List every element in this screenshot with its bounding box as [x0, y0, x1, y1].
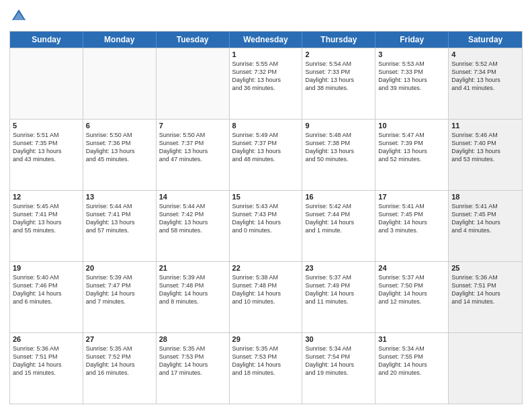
day-cell-5: 5Sunrise: 5:51 AM Sunset: 7:35 PM Daylig… [10, 120, 83, 190]
day-number: 12 [13, 193, 80, 201]
day-number: 4 [451, 50, 519, 58]
page: SundayMondayTuesdayWednesdayThursdayFrid… [0, 0, 532, 411]
day-number: 31 [378, 335, 445, 343]
day-cell-9: 9Sunrise: 5:48 AM Sunset: 7:38 PM Daylig… [302, 120, 375, 190]
day-info: Sunrise: 5:39 AM Sunset: 7:48 PM Dayligh… [159, 273, 226, 306]
header-day-wednesday: Wednesday [230, 32, 303, 48]
day-number: 15 [232, 193, 300, 201]
day-cell-13: 13Sunrise: 5:44 AM Sunset: 7:41 PM Dayli… [83, 191, 157, 261]
day-number: 7 [159, 122, 226, 130]
day-cell-18: 18Sunrise: 5:41 AM Sunset: 7:45 PM Dayli… [449, 191, 522, 261]
day-cell-21: 21Sunrise: 5:39 AM Sunset: 7:48 PM Dayli… [157, 262, 230, 332]
day-cell-10: 10Sunrise: 5:47 AM Sunset: 7:39 PM Dayli… [375, 120, 449, 190]
day-info: Sunrise: 5:55 AM Sunset: 7:32 PM Dayligh… [232, 60, 300, 93]
day-cell-2: 2Sunrise: 5:54 AM Sunset: 7:33 PM Daylig… [302, 48, 375, 119]
calendar-row-1: 5Sunrise: 5:51 AM Sunset: 7:35 PM Daylig… [10, 119, 522, 190]
header-day-thursday: Thursday [302, 32, 375, 48]
header [9, 7, 523, 26]
calendar-row-4: 26Sunrise: 5:36 AM Sunset: 7:51 PM Dayli… [10, 332, 522, 404]
day-number: 26 [13, 335, 80, 343]
day-cell-22: 22Sunrise: 5:38 AM Sunset: 7:48 PM Dayli… [230, 262, 303, 332]
day-cell-20: 20Sunrise: 5:39 AM Sunset: 7:47 PM Dayli… [83, 262, 157, 332]
day-cell-14: 14Sunrise: 5:44 AM Sunset: 7:42 PM Dayli… [157, 191, 230, 261]
day-cell-31: 31Sunrise: 5:34 AM Sunset: 7:55 PM Dayli… [375, 333, 449, 404]
day-number: 5 [13, 122, 80, 130]
day-info: Sunrise: 5:47 AM Sunset: 7:39 PM Dayligh… [378, 131, 445, 164]
day-cell-12: 12Sunrise: 5:45 AM Sunset: 7:41 PM Dayli… [10, 191, 83, 261]
day-info: Sunrise: 5:42 AM Sunset: 7:44 PM Dayligh… [305, 202, 372, 235]
day-info: Sunrise: 5:35 AM Sunset: 7:53 PM Dayligh… [159, 345, 226, 377]
day-number: 24 [378, 264, 445, 272]
day-number: 13 [86, 193, 153, 201]
day-info: Sunrise: 5:44 AM Sunset: 7:41 PM Dayligh… [86, 202, 153, 235]
day-info: Sunrise: 5:36 AM Sunset: 7:51 PM Dayligh… [451, 273, 519, 306]
day-info: Sunrise: 5:38 AM Sunset: 7:48 PM Dayligh… [232, 273, 300, 306]
header-day-friday: Friday [375, 32, 449, 48]
day-cell-26: 26Sunrise: 5:36 AM Sunset: 7:51 PM Dayli… [10, 333, 83, 404]
day-number: 17 [378, 193, 445, 201]
day-number: 14 [159, 193, 226, 201]
day-cell-25: 25Sunrise: 5:36 AM Sunset: 7:51 PM Dayli… [449, 262, 522, 332]
day-info: Sunrise: 5:41 AM Sunset: 7:45 PM Dayligh… [451, 202, 519, 235]
day-cell-3: 3Sunrise: 5:53 AM Sunset: 7:33 PM Daylig… [375, 48, 449, 119]
empty-cell-0-1 [83, 48, 157, 119]
day-info: Sunrise: 5:50 AM Sunset: 7:36 PM Dayligh… [86, 131, 153, 164]
day-info: Sunrise: 5:46 AM Sunset: 7:40 PM Dayligh… [451, 131, 519, 164]
header-day-tuesday: Tuesday [157, 32, 230, 48]
day-info: Sunrise: 5:43 AM Sunset: 7:43 PM Dayligh… [232, 202, 300, 235]
header-day-sunday: Sunday [10, 32, 83, 48]
day-cell-24: 24Sunrise: 5:37 AM Sunset: 7:50 PM Dayli… [375, 262, 449, 332]
day-info: Sunrise: 5:40 AM Sunset: 7:46 PM Dayligh… [13, 273, 80, 306]
day-number: 27 [86, 335, 153, 343]
day-info: Sunrise: 5:44 AM Sunset: 7:42 PM Dayligh… [159, 202, 226, 235]
day-info: Sunrise: 5:36 AM Sunset: 7:51 PM Dayligh… [13, 345, 80, 377]
empty-cell-0-2 [157, 48, 230, 119]
day-cell-7: 7Sunrise: 5:50 AM Sunset: 7:37 PM Daylig… [157, 120, 230, 190]
day-number: 8 [232, 122, 300, 130]
day-number: 10 [378, 122, 445, 130]
day-number: 25 [451, 264, 519, 272]
day-cell-11: 11Sunrise: 5:46 AM Sunset: 7:40 PM Dayli… [449, 120, 522, 190]
day-info: Sunrise: 5:54 AM Sunset: 7:33 PM Dayligh… [305, 60, 372, 93]
day-info: Sunrise: 5:53 AM Sunset: 7:33 PM Dayligh… [378, 60, 445, 93]
day-number: 18 [451, 193, 519, 201]
day-number: 19 [13, 264, 80, 272]
day-info: Sunrise: 5:41 AM Sunset: 7:45 PM Dayligh… [378, 202, 445, 235]
logo [9, 7, 31, 26]
day-cell-27: 27Sunrise: 5:35 AM Sunset: 7:52 PM Dayli… [83, 333, 157, 404]
day-cell-23: 23Sunrise: 5:37 AM Sunset: 7:49 PM Dayli… [302, 262, 375, 332]
day-cell-17: 17Sunrise: 5:41 AM Sunset: 7:45 PM Dayli… [375, 191, 449, 261]
day-info: Sunrise: 5:37 AM Sunset: 7:49 PM Dayligh… [305, 273, 372, 306]
day-number: 30 [305, 335, 372, 343]
day-number: 9 [305, 122, 372, 130]
day-number: 20 [86, 264, 153, 272]
header-day-monday: Monday [83, 32, 157, 48]
day-info: Sunrise: 5:50 AM Sunset: 7:37 PM Dayligh… [159, 131, 226, 164]
day-info: Sunrise: 5:49 AM Sunset: 7:37 PM Dayligh… [232, 131, 300, 164]
day-info: Sunrise: 5:39 AM Sunset: 7:47 PM Dayligh… [86, 273, 153, 306]
day-number: 21 [159, 264, 226, 272]
logo-icon [9, 7, 28, 26]
day-number: 3 [378, 50, 445, 58]
day-info: Sunrise: 5:45 AM Sunset: 7:41 PM Dayligh… [13, 202, 80, 235]
day-cell-1: 1Sunrise: 5:55 AM Sunset: 7:32 PM Daylig… [230, 48, 303, 119]
day-info: Sunrise: 5:52 AM Sunset: 7:34 PM Dayligh… [451, 60, 519, 93]
day-info: Sunrise: 5:34 AM Sunset: 7:55 PM Dayligh… [378, 345, 445, 377]
day-cell-16: 16Sunrise: 5:42 AM Sunset: 7:44 PM Dayli… [302, 191, 375, 261]
empty-cell-4-6 [449, 333, 522, 404]
calendar-header: SundayMondayTuesdayWednesdayThursdayFrid… [10, 32, 522, 48]
day-cell-8: 8Sunrise: 5:49 AM Sunset: 7:37 PM Daylig… [230, 120, 303, 190]
calendar-row-3: 19Sunrise: 5:40 AM Sunset: 7:46 PM Dayli… [10, 261, 522, 332]
day-info: Sunrise: 5:48 AM Sunset: 7:38 PM Dayligh… [305, 131, 372, 164]
day-info: Sunrise: 5:37 AM Sunset: 7:50 PM Dayligh… [378, 273, 445, 306]
header-day-saturday: Saturday [449, 32, 522, 48]
day-info: Sunrise: 5:51 AM Sunset: 7:35 PM Dayligh… [13, 131, 80, 164]
day-number: 6 [86, 122, 153, 130]
day-cell-30: 30Sunrise: 5:34 AM Sunset: 7:54 PM Dayli… [302, 333, 375, 404]
day-number: 16 [305, 193, 372, 201]
day-number: 28 [159, 335, 226, 343]
day-number: 11 [451, 122, 519, 130]
day-cell-28: 28Sunrise: 5:35 AM Sunset: 7:53 PM Dayli… [157, 333, 230, 404]
day-cell-4: 4Sunrise: 5:52 AM Sunset: 7:34 PM Daylig… [449, 48, 522, 119]
day-number: 29 [232, 335, 300, 343]
